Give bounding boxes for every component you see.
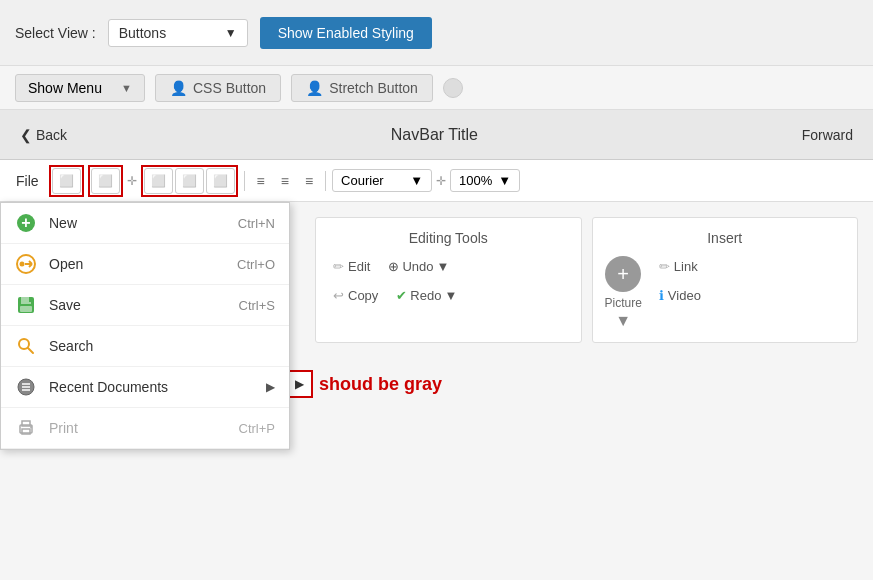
show-enabled-styling-button[interactable]: Show Enabled Styling	[260, 17, 432, 49]
stretch-button-label: Stretch Button	[329, 80, 418, 96]
select-view-value: Buttons	[119, 25, 166, 41]
zoom-value: 100%	[459, 173, 492, 188]
css-button[interactable]: 👤 CSS Button	[155, 74, 281, 102]
open-icon	[15, 253, 37, 275]
show-menu-button[interactable]: Show Menu ▼	[15, 74, 145, 102]
align-right-button[interactable]: ≡	[299, 169, 319, 193]
menu-item-new-shortcut: Ctrl+N	[238, 216, 275, 231]
menu-item-search-label: Search	[49, 338, 263, 354]
top-bar: Select View : Buttons ▼ Show Enabled Sty…	[0, 0, 873, 66]
select-view-dropdown[interactable]: Buttons ▼	[108, 19, 248, 47]
file-menu-button[interactable]: File	[10, 170, 45, 192]
video-info-icon: ℹ	[659, 288, 664, 303]
svg-rect-9	[29, 297, 31, 302]
recent-docs-arrow-icon: ▶	[266, 380, 275, 394]
editing-tools-title: Editing Tools	[328, 230, 569, 246]
video-label: Video	[668, 288, 701, 303]
font-value: Courier	[341, 173, 384, 188]
toolbar-btn-square2[interactable]: ⬜	[91, 168, 120, 194]
menu-item-print-label: Print	[49, 420, 227, 436]
svg-rect-19	[22, 421, 30, 426]
move-icon-2: ✛	[436, 174, 446, 188]
outlined-group-1: ⬜	[49, 165, 84, 197]
link-icon: ✏	[659, 259, 670, 274]
menu-item-save-label: Save	[49, 297, 227, 313]
redo-check-icon: ✔	[396, 288, 407, 303]
zoom-dropdown-arrow-icon: ▼	[498, 173, 511, 188]
outlined-group-2: ⬜	[88, 165, 123, 197]
toolbar-btn-a[interactable]: ⬜	[144, 168, 173, 194]
save-icon	[15, 294, 37, 316]
dropdown-arrow-icon: ▼	[225, 26, 237, 40]
print-icon	[15, 417, 37, 439]
zoom-select[interactable]: 100% ▼	[450, 169, 520, 192]
css-button-label: CSS Button	[193, 80, 266, 96]
menu-item-recent[interactable]: Recent Documents ▶	[1, 367, 289, 408]
menu-item-print-shortcut: Ctrl+P	[239, 421, 275, 436]
editing-tools-row-1: ✏ Edit ⊕ Undo ▼	[328, 256, 569, 277]
menu-item-save[interactable]: Save Ctrl+S	[1, 285, 289, 326]
svg-rect-20	[22, 429, 30, 434]
stretch-button[interactable]: 👤 Stretch Button	[291, 74, 433, 102]
navbar-title: NavBar Title	[391, 126, 478, 144]
insert-panel: Insert + Picture ▼ ✏ Link ℹ	[592, 217, 859, 343]
undo-label: Undo	[402, 259, 433, 274]
insert-links-col: ✏ Link ℹ Video	[654, 256, 706, 306]
menu-item-new[interactable]: + New Ctrl+N	[1, 203, 289, 244]
editing-tools-panel: Editing Tools ✏ Edit ⊕ Undo ▼ ↩ Co	[315, 217, 582, 343]
outlined-group-3: ⬜ ⬜ ⬜	[141, 165, 238, 197]
toolbar-btn-square1[interactable]: ⬜	[52, 168, 81, 194]
main-content: ◀ + New Ctrl+N	[0, 202, 873, 580]
right-panel: Editing Tools ✏ Edit ⊕ Undo ▼ ↩ Co	[300, 202, 873, 580]
undo-tool-button[interactable]: ⊕ Undo ▼	[383, 256, 454, 277]
search-icon	[15, 335, 37, 357]
align-left-button[interactable]: ≡	[251, 169, 271, 193]
svg-rect-10	[20, 306, 32, 312]
person2-icon: 👤	[306, 80, 323, 96]
svg-point-3	[20, 262, 25, 267]
undo-arrow-icon: ▼	[436, 259, 449, 274]
redo-arrow-icon: ▼	[444, 288, 457, 303]
panel-row-1: Editing Tools ✏ Edit ⊕ Undo ▼ ↩ Co	[315, 217, 858, 343]
edit-pencil-icon: ✏	[333, 259, 344, 274]
toolbar-btn-c[interactable]: ⬜	[206, 168, 235, 194]
redo-tool-button[interactable]: ✔ Redo ▼	[391, 285, 462, 306]
svg-point-21	[30, 426, 32, 428]
dropdown-menu: + New Ctrl+N Open Ctrl+O	[0, 202, 290, 450]
insert-title: Insert	[605, 230, 846, 246]
select-view-label: Select View :	[15, 25, 96, 41]
new-icon: +	[15, 212, 37, 234]
picture-dropdown-arrow-icon: ▼	[615, 312, 631, 330]
copy-back-icon: ↩	[333, 288, 344, 303]
copy-tool-button[interactable]: ↩ Copy	[328, 285, 383, 306]
picture-label: Picture	[605, 296, 642, 310]
menu-item-recent-label: Recent Documents	[49, 379, 254, 395]
menu-item-search[interactable]: Search	[1, 326, 289, 367]
copy-label: Copy	[348, 288, 378, 303]
menu-item-print[interactable]: Print Ctrl+P	[1, 408, 289, 449]
video-tool-button[interactable]: ℹ Video	[654, 285, 706, 306]
menu-item-new-label: New	[49, 215, 226, 231]
toolbar-btn-b[interactable]: ⬜	[175, 168, 204, 194]
toolbar-separator-1	[244, 171, 245, 191]
toolbar-separator-2	[325, 171, 326, 191]
move-icon: ✛	[127, 174, 137, 188]
recent-docs-icon	[15, 376, 37, 398]
nav-forward-button[interactable]: Forward	[802, 127, 853, 143]
font-select[interactable]: Courier ▼	[332, 169, 432, 192]
font-dropdown-arrow-icon: ▼	[410, 173, 423, 188]
second-bar: Show Menu ▼ 👤 CSS Button 👤 Stretch Butto…	[0, 66, 873, 110]
undo-circle-icon: ⊕	[388, 259, 399, 274]
person-icon: 👤	[170, 80, 187, 96]
link-label: Link	[674, 259, 698, 274]
link-tool-button[interactable]: ✏ Link	[654, 256, 706, 277]
nav-back-button[interactable]: ❮ Back	[20, 127, 67, 143]
edit-tool-button[interactable]: ✏ Edit	[328, 256, 375, 277]
circle-indicator	[443, 78, 463, 98]
show-menu-label: Show Menu	[28, 80, 102, 96]
picture-col: + Picture ▼	[605, 256, 642, 330]
menu-item-open[interactable]: Open Ctrl+O	[1, 244, 289, 285]
picture-add-button[interactable]: +	[605, 256, 641, 292]
menu-item-save-shortcut: Ctrl+S	[239, 298, 275, 313]
align-center-button[interactable]: ≡	[275, 169, 295, 193]
